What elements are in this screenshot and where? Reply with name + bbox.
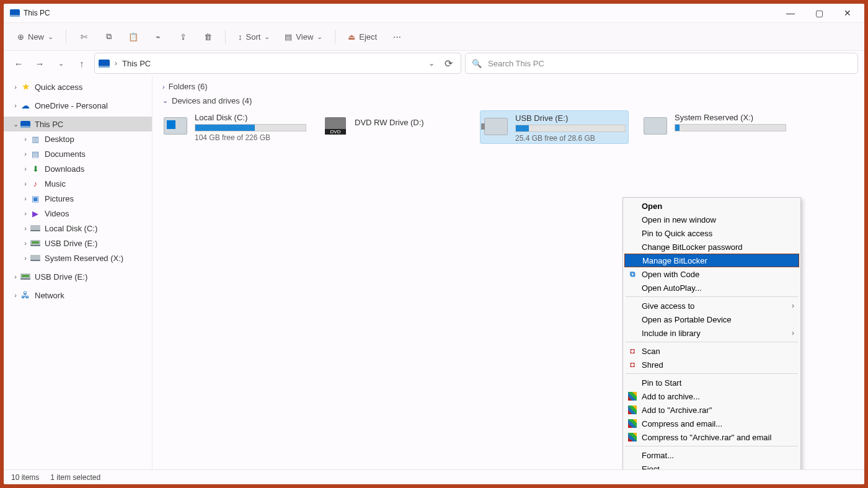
drives-section-header[interactable]: ⌄Devices and drives (4) xyxy=(160,94,857,108)
shield-icon: ◘ xyxy=(627,346,637,356)
sort-button[interactable]: ↕Sort⌄ xyxy=(232,26,276,47)
sidebar-item-onedrive[interactable]: ›☁OneDrive - Personal xyxy=(4,98,152,113)
new-button[interactable]: ⊕ New ⌄ xyxy=(11,26,60,47)
view-button[interactable]: ▤View⌄ xyxy=(278,26,329,47)
ctx-pin-quick-access[interactable]: Pin to Quick access xyxy=(623,226,800,240)
sidebar-item-quick-access[interactable]: ›★Quick access xyxy=(4,79,152,94)
disk-icon xyxy=(164,117,187,135)
chevron-right-icon: › xyxy=(792,329,794,337)
network-icon: 🖧 xyxy=(20,290,31,300)
drive-name: System Reserved (X:) xyxy=(675,113,786,122)
chevron-right-icon: › xyxy=(115,59,117,68)
scissors-icon: ✄ xyxy=(81,32,87,42)
rename-button[interactable]: ⌁ xyxy=(147,26,169,47)
usb-icon xyxy=(20,273,30,280)
drive-name: DVD RW Drive (D:) xyxy=(355,118,466,127)
ctx-pin-start[interactable]: Pin to Start xyxy=(623,376,800,389)
sidebar-item-pictures[interactable]: ›▣Pictures xyxy=(4,191,152,206)
chevron-down-icon[interactable]: ⌄ xyxy=(428,59,435,68)
paste-button[interactable]: 📋 xyxy=(122,26,144,47)
up-button[interactable]: ↑ xyxy=(73,55,91,72)
sidebar-item-desktop[interactable]: ›▥Desktop xyxy=(4,131,152,146)
ctx-give-access-to[interactable]: Give access to› xyxy=(623,299,800,313)
pc-icon xyxy=(20,121,30,128)
search-icon: 🔍 xyxy=(472,59,482,68)
ctx-open-new-window[interactable]: Open in new window xyxy=(623,213,800,226)
drive-system-reserved[interactable]: System Reserved (X:) xyxy=(640,110,789,144)
ctx-shred[interactable]: ◘Shred xyxy=(623,358,800,371)
ctx-manage-bitlocker[interactable]: Manage BitLocker xyxy=(624,254,799,267)
context-menu: Open Open in new window Pin to Quick acc… xyxy=(622,197,801,469)
ctx-open[interactable]: Open xyxy=(623,199,800,213)
ctx-change-bitlocker[interactable]: Change BitLocker password xyxy=(623,240,800,254)
usb-icon xyxy=(484,118,508,135)
delete-button[interactable]: 🗑 xyxy=(197,26,219,47)
chevron-right-icon: › xyxy=(162,83,165,91)
folders-section-header[interactable]: ›Folders (6) xyxy=(160,79,857,94)
ctx-compress-rar-email[interactable]: Compress to "Archive.rar" and email xyxy=(623,430,800,444)
ctx-format[interactable]: Format... xyxy=(623,448,800,462)
status-bar: 10 items 1 item selected xyxy=(4,469,864,484)
ctx-open-autoplay[interactable]: Open AutoPlay... xyxy=(623,281,800,295)
ctx-add-archive[interactable]: Add to archive... xyxy=(623,389,800,403)
ctx-scan[interactable]: ◘Scan xyxy=(623,344,800,358)
copy-button[interactable]: ⧉ xyxy=(97,26,120,47)
sidebar-item-downloads[interactable]: ›⬇Downloads xyxy=(4,161,152,176)
ctx-open-portable[interactable]: Open as Portable Device xyxy=(623,313,800,326)
minimize-button[interactable]: — xyxy=(776,4,805,22)
back-button[interactable]: ← xyxy=(10,55,27,72)
ctx-add-archive-rar[interactable]: Add to "Archive.rar" xyxy=(623,403,800,417)
sidebar-item-videos[interactable]: ›▶Videos xyxy=(4,206,152,221)
sidebar-item-local-disk[interactable]: ›Local Disk (C:) xyxy=(4,221,152,236)
sidebar-item-music[interactable]: ›♪Music xyxy=(4,176,152,191)
drive-local-disk[interactable]: Local Disk (C:) 104 GB free of 226 GB xyxy=(160,110,309,144)
share-button[interactable]: ⇪ xyxy=(172,26,194,47)
search-input[interactable]: 🔍 Search This PC xyxy=(465,53,858,74)
sidebar-item-system-reserved[interactable]: ›System Reserved (X:) xyxy=(4,251,152,265)
disk-icon xyxy=(30,225,40,231)
chevron-down-icon: ⌄ xyxy=(48,33,53,41)
vscode-icon: ⧉ xyxy=(627,269,637,279)
ctx-eject[interactable]: Eject xyxy=(623,462,800,469)
ctx-compress-email[interactable]: Compress and email... xyxy=(623,417,800,430)
ctx-open-with-code[interactable]: ⧉Open with Code xyxy=(623,267,800,281)
close-button[interactable]: ✕ xyxy=(833,4,862,22)
sidebar-item-network[interactable]: ›🖧Network xyxy=(4,288,152,303)
navigation-row: ← → ⌄ ↑ › This PC ⌄ ⟳ 🔍 Search This PC xyxy=(4,51,864,76)
ctx-include-library[interactable]: Include in library› xyxy=(623,326,800,340)
folder-icon: ▥ xyxy=(30,134,41,144)
view-icon: ▤ xyxy=(285,32,292,42)
rename-icon: ⌁ xyxy=(156,32,161,42)
sidebar-item-documents[interactable]: ›▤Documents xyxy=(4,146,152,161)
forward-button[interactable]: → xyxy=(31,55,48,72)
sort-icon: ↕ xyxy=(238,32,242,42)
cut-button[interactable]: ✄ xyxy=(73,26,95,47)
chevron-right-icon: › xyxy=(792,301,794,310)
paste-icon: 📋 xyxy=(128,32,138,42)
disk-icon xyxy=(644,117,667,135)
recent-button[interactable]: ⌄ xyxy=(52,55,69,72)
storage-bar xyxy=(515,125,626,132)
music-icon: ♪ xyxy=(30,179,41,189)
refresh-button[interactable]: ⟳ xyxy=(440,58,457,69)
maximize-button[interactable]: ▢ xyxy=(805,4,833,22)
eject-label: Eject xyxy=(359,32,377,42)
eject-button[interactable]: ⏏Eject xyxy=(342,26,383,47)
chevron-down-icon: ⌄ xyxy=(162,97,168,105)
sidebar-item-usb-root[interactable]: ›USB Drive (E:) xyxy=(4,269,152,284)
window-title: This PC xyxy=(24,9,50,17)
trash-icon: 🗑 xyxy=(204,32,212,42)
drive-usb[interactable]: USB Drive (E:) 25.4 GB free of 28.6 GB xyxy=(480,110,629,144)
more-icon: ⋯ xyxy=(393,32,401,42)
sidebar-item-this-pc[interactable]: ⌄This PC xyxy=(4,117,152,131)
breadcrumb[interactable]: This PC xyxy=(122,59,151,68)
dvd-icon xyxy=(325,117,346,135)
sidebar-item-usb-drive[interactable]: ›USB Drive (E:) xyxy=(4,236,152,251)
archive-icon xyxy=(627,391,637,401)
archive-icon xyxy=(627,432,637,442)
drive-free-text: 25.4 GB free of 28.6 GB xyxy=(515,134,626,143)
drive-dvd[interactable]: DVD RW Drive (D:) xyxy=(320,110,469,144)
download-icon: ⬇ xyxy=(30,164,41,174)
address-bar[interactable]: › This PC ⌄ ⟳ xyxy=(94,53,461,74)
more-button[interactable]: ⋯ xyxy=(386,26,408,47)
